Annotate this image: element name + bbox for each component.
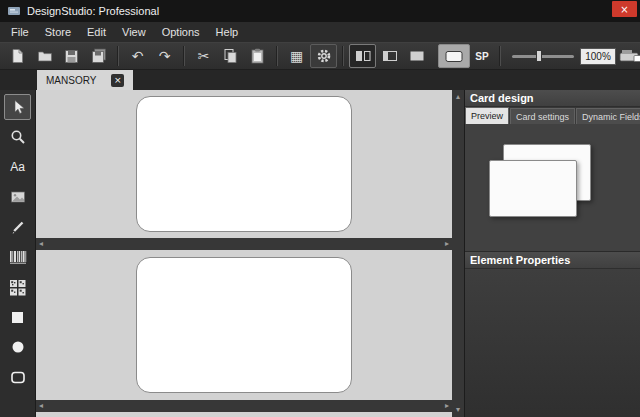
scroll-right-icon[interactable]: ▸ xyxy=(445,240,449,248)
view-split-icon xyxy=(355,49,371,63)
menu-options[interactable]: Options xyxy=(154,22,208,42)
main-toolbar: ↶ ↷ ✂ ▦ S xyxy=(0,42,640,70)
toolbar-separator xyxy=(183,46,185,66)
save-icon xyxy=(64,49,79,64)
settings-button[interactable] xyxy=(310,44,337,68)
image-tool-button[interactable] xyxy=(4,184,31,210)
card-back-surface[interactable] xyxy=(136,257,352,393)
view-split-button[interactable] xyxy=(349,44,376,68)
toolbar-separator xyxy=(276,46,278,66)
menu-edit[interactable]: Edit xyxy=(79,22,114,42)
paste-button[interactable] xyxy=(244,44,271,68)
menu-help[interactable]: Help xyxy=(208,22,247,42)
cursor-icon xyxy=(10,99,26,115)
right-panel: Card design Preview Card settings Dynami… xyxy=(464,90,640,417)
line-tool-button[interactable] xyxy=(4,214,31,240)
view-single-button[interactable] xyxy=(403,44,430,68)
card-preview-area xyxy=(465,124,640,252)
view-single-icon xyxy=(409,49,425,63)
rectangle-icon xyxy=(10,310,25,325)
sp-button[interactable]: SP xyxy=(470,45,494,67)
card-printer-icon xyxy=(619,47,640,65)
tool-palette: Aa xyxy=(0,90,36,417)
rectangle-tool-button[interactable] xyxy=(4,304,31,330)
text-tool-button[interactable]: Aa xyxy=(4,154,31,180)
open-button[interactable] xyxy=(31,44,58,68)
zoom-slider[interactable] xyxy=(512,45,574,67)
barcode-icon xyxy=(9,250,27,265)
menu-bar: File Store Edit View Options Help xyxy=(0,22,640,42)
rounded-rectangle-tool-button[interactable] xyxy=(4,364,31,390)
toolbar-separator xyxy=(117,46,119,66)
main-area: Aa xyxy=(0,90,640,417)
document-tab-bar: MANSORY × xyxy=(0,70,640,90)
zoom-tool-button[interactable] xyxy=(4,124,31,150)
new-document-button[interactable] xyxy=(4,44,31,68)
scroll-right-icon[interactable]: ▸ xyxy=(445,402,449,410)
menu-view[interactable]: View xyxy=(114,22,154,42)
vertical-scrollbar[interactable]: ▴ ▾ xyxy=(452,90,464,417)
save-button[interactable] xyxy=(58,44,85,68)
view-panel-button[interactable] xyxy=(376,44,403,68)
tab-dynamic-fields[interactable]: Dynamic Fields xyxy=(576,108,640,124)
ellipse-tool-button[interactable] xyxy=(4,334,31,360)
barcode-tool-button[interactable] xyxy=(4,244,31,270)
titlebar: DesignStudio: Professional × xyxy=(0,0,640,22)
menu-store[interactable]: Store xyxy=(37,22,79,42)
toolbar-right-group xyxy=(616,44,640,68)
tab-card-settings[interactable]: Card settings xyxy=(510,108,575,124)
undo-icon: ↶ xyxy=(132,49,144,63)
view-panel-icon xyxy=(382,49,398,63)
scroll-left-icon[interactable]: ◂ xyxy=(39,402,43,410)
card-design-tabs: Preview Card settings Dynamic Fields xyxy=(465,107,640,124)
app-window: DesignStudio: Professional × File Store … xyxy=(0,0,640,417)
document-tab-mansory[interactable]: MANSORY × xyxy=(37,70,133,90)
magnifier-icon xyxy=(10,129,26,145)
tab-preview[interactable]: Preview xyxy=(465,107,509,124)
cut-button[interactable]: ✂ xyxy=(190,44,217,68)
scroll-up-icon[interactable]: ▴ xyxy=(456,93,460,101)
scroll-down-icon[interactable]: ▾ xyxy=(456,406,460,414)
canvas-viewport-back xyxy=(36,250,452,400)
matrix-code-icon xyxy=(9,279,26,296)
toolbar-separator xyxy=(342,46,344,66)
save-all-icon xyxy=(91,48,107,64)
document-tab-label: MANSORY xyxy=(46,75,96,86)
gear-icon xyxy=(316,48,332,64)
element-properties-header: Element Properties xyxy=(465,252,640,269)
copy-icon xyxy=(223,48,238,64)
menu-file[interactable]: File xyxy=(3,22,37,42)
rounded-rectangle-icon xyxy=(10,370,26,385)
ellipse-icon xyxy=(10,339,26,355)
text-tool-icon: Aa xyxy=(10,160,25,174)
horizontal-scrollbar-front[interactable]: ◂ ▸ xyxy=(36,238,452,250)
canvas-filler xyxy=(36,412,452,417)
undo-button[interactable]: ↶ xyxy=(124,44,151,68)
canvas-viewport-front xyxy=(36,90,452,238)
copy-button[interactable] xyxy=(217,44,244,68)
card-front-surface[interactable] xyxy=(136,96,352,232)
design-canvas: ◂ ▸ ◂ ▸ xyxy=(36,90,452,417)
view-card-button[interactable] xyxy=(438,44,470,68)
select-tool-button[interactable] xyxy=(4,94,31,120)
redo-button[interactable]: ↷ xyxy=(151,44,178,68)
card-printer-button[interactable] xyxy=(616,44,640,68)
matrix-code-tool-button[interactable] xyxy=(4,274,31,300)
scroll-left-icon[interactable]: ◂ xyxy=(39,240,43,248)
card-view-icon xyxy=(444,49,464,64)
zoom-level-field[interactable]: 100% xyxy=(580,48,616,65)
new-document-icon xyxy=(10,48,25,64)
zoom-slider-track xyxy=(512,55,574,58)
save-all-button[interactable] xyxy=(85,44,112,68)
element-properties-panel xyxy=(465,269,640,417)
horizontal-scrollbar-back[interactable]: ◂ ▸ xyxy=(36,400,452,412)
zoom-slider-thumb[interactable] xyxy=(536,50,542,62)
window-close-button[interactable]: × xyxy=(612,1,637,17)
card-design-header: Card design xyxy=(465,90,640,107)
grid-toggle-button[interactable]: ▦ xyxy=(283,44,310,68)
preview-card-front xyxy=(489,160,577,217)
scissors-icon: ✂ xyxy=(198,49,210,63)
grid-icon: ▦ xyxy=(290,49,303,63)
tab-close-button[interactable]: × xyxy=(111,74,124,87)
pencil-icon xyxy=(10,219,26,235)
